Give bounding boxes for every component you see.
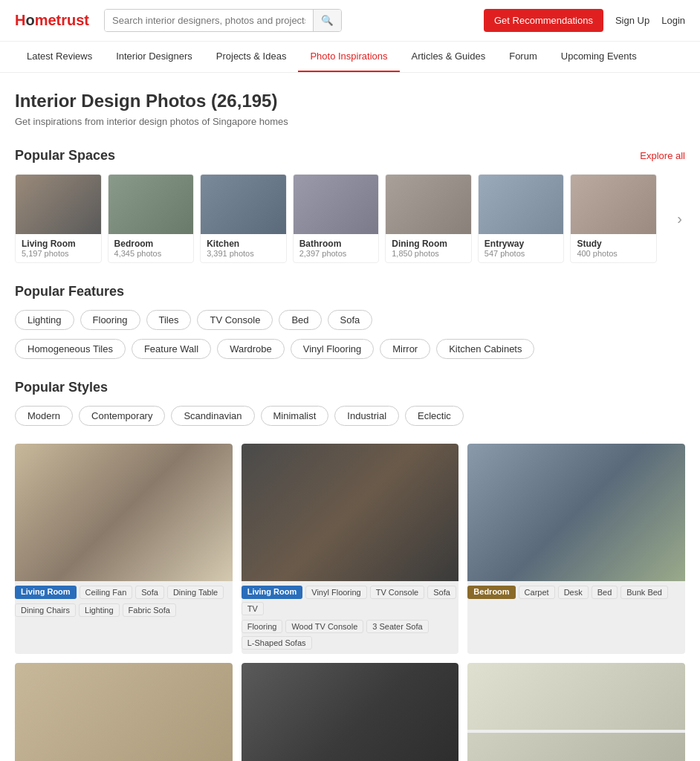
section-header-styles: Popular Styles (15, 380, 685, 395)
photo-card-1-tags: Living Room Ceiling Fan Sofa Dining Tabl… (15, 581, 233, 603)
page-title: Interior Design Photos (26,195) Get insp… (15, 91, 685, 127)
feature-tag-lighting[interactable]: Lighting (15, 310, 74, 330)
photo-tag[interactable]: Carpet (519, 586, 555, 599)
feature-tag-tvconsole[interactable]: TV Console (197, 310, 273, 330)
header: Hometrust 🔍 Get Recommendations Sign Up … (0, 0, 700, 42)
feature-tag-mirror[interactable]: Mirror (380, 339, 430, 359)
nav-bar: Latest Reviews Interior Designers Projec… (0, 42, 700, 73)
photo-tag[interactable]: Flooring (242, 620, 283, 633)
space-name: Bathroom (299, 239, 373, 249)
space-count: 2,397 photos (299, 249, 373, 258)
section-header-spaces: Popular Spaces Explore all (15, 148, 685, 163)
styles-row: Modern Contemporary Scandinavian Minimal… (15, 406, 685, 426)
space-card-bedroom[interactable]: Bedroom 4,345 photos (108, 174, 195, 263)
space-count: 3,391 photos (207, 249, 280, 258)
nav-latest-reviews[interactable]: Latest Reviews (15, 42, 104, 72)
room-badge[interactable]: Living Room (15, 586, 77, 599)
space-card-entryway[interactable]: Entryway 547 photos (478, 174, 565, 263)
space-name: Dining Room (392, 239, 465, 249)
title-count: (26,195) (211, 91, 277, 111)
feature-tag-kitchencabinets[interactable]: Kitchen Cabinets (436, 339, 534, 359)
styles-title: Popular Styles (15, 380, 108, 395)
style-tag-scandinavian[interactable]: Scandinavian (171, 406, 254, 426)
photo-pair (467, 663, 685, 761)
photo-tag[interactable]: Vinyl Flooring (305, 586, 366, 599)
nav-interior-designers[interactable]: Interior Designers (104, 42, 204, 72)
space-count: 4,345 photos (114, 249, 188, 258)
space-card-dining-room[interactable]: Dining Room 1,850 photos (385, 174, 472, 263)
photo-tag[interactable]: Wood TV Console (285, 620, 363, 633)
feature-tag-homogeneous[interactable]: Homogeneous Tiles (15, 339, 126, 359)
feature-tag-sofa[interactable]: Sofa (328, 310, 373, 330)
photo-tag[interactable]: Dining Chairs (15, 603, 76, 617)
feature-tag-bed[interactable]: Bed (279, 310, 321, 330)
photo-tag[interactable]: Sofa (427, 586, 456, 599)
style-tag-industrial[interactable]: Industrial (334, 406, 399, 426)
spaces-cards: Living Room 5,197 photos Bedroom 4,345 p… (15, 174, 674, 263)
photo-card-3[interactable]: Bedroom Carpet Desk Bed Bunk Bed (467, 444, 685, 654)
features-row2: Homogeneous Tiles Feature Wall Wardrobe … (15, 339, 685, 359)
photo-card-6[interactable]: Bathroom Marble Floor Mirror Shower Scre… (467, 663, 685, 761)
photo-tag[interactable]: 3 Seater Sofa (366, 620, 428, 633)
photo-card-5[interactable]: Living Room TV Console Mirror TV Storage… (242, 663, 459, 761)
photo-tag[interactable]: Fabric Sofa (123, 603, 176, 617)
nav-upcoming-events[interactable]: Upcoming Events (549, 42, 649, 72)
popular-features-section: Popular Features Lighting Flooring Tiles… (15, 284, 685, 359)
chevron-right-icon[interactable]: › (674, 174, 685, 263)
photo-tag[interactable]: Ceiling Fan (80, 586, 133, 599)
recommend-button[interactable]: Get Recommendations (484, 9, 603, 32)
space-card-bathroom[interactable]: Bathroom 2,397 photos (293, 174, 380, 263)
photo-tag[interactable]: TV (242, 602, 264, 615)
photo-tag[interactable]: Bunk Bed (620, 586, 668, 599)
search-button[interactable]: 🔍 (313, 10, 341, 31)
photo-tag[interactable]: TV Console (370, 586, 424, 599)
feature-tag-featurewall[interactable]: Feature Wall (132, 339, 211, 359)
feature-tag-wardrobe[interactable]: Wardrobe (217, 339, 285, 359)
nav-articles-guides[interactable]: Articles & Guides (400, 42, 498, 72)
nav-photo-inspirations[interactable]: Photo Inspirations (298, 42, 399, 72)
photo-tag[interactable]: Dining Table (167, 586, 224, 599)
nav-forum[interactable]: Forum (497, 42, 549, 72)
title-text: Interior Design Photos (15, 91, 206, 111)
explore-all-link[interactable]: Explore all (640, 150, 685, 161)
space-name: Kitchen (207, 239, 280, 249)
space-card-kitchen[interactable]: Kitchen 3,391 photos (200, 174, 287, 263)
photo-card-2[interactable]: Living Room Vinyl Flooring TV Console So… (242, 444, 459, 654)
spaces-title: Popular Spaces (15, 148, 115, 163)
photo-tag[interactable]: Desk (558, 586, 589, 599)
space-card-living-room[interactable]: Living Room 5,197 photos (15, 174, 102, 263)
room-badge[interactable]: Bedroom (467, 586, 515, 599)
space-name: Study (577, 239, 650, 249)
photo-card-2-tags: Living Room Vinyl Flooring TV Console So… (242, 581, 459, 620)
photo-grid: Living Room Ceiling Fan Sofa Dining Tabl… (15, 444, 685, 761)
space-name: Bedroom (114, 239, 188, 249)
nav-projects-ideas[interactable]: Projects & Ideas (204, 42, 299, 72)
photo-tag[interactable]: Bed (592, 586, 618, 599)
room-badge[interactable]: Living Room (242, 586, 303, 599)
photo-card-3-tags: Bedroom Carpet Desk Bed Bunk Bed (467, 581, 685, 603)
style-tag-eclectic[interactable]: Eclectic (405, 406, 464, 426)
photo-card-1[interactable]: Living Room Ceiling Fan Sofa Dining Tabl… (15, 444, 233, 654)
photo-tag[interactable]: Lighting (79, 603, 120, 617)
space-count: 547 photos (485, 249, 558, 258)
signup-button[interactable]: Sign Up (615, 15, 649, 26)
style-tag-modern[interactable]: Modern (15, 406, 73, 426)
space-count: 400 photos (577, 249, 650, 258)
photo-card-4[interactable]: Bedroom Feature Wall Curtain TV (15, 663, 233, 761)
section-header-features: Popular Features (15, 284, 685, 299)
search-icon: 🔍 (321, 15, 334, 26)
search-input[interactable] (105, 10, 313, 31)
style-tag-minimalist[interactable]: Minimalist (261, 406, 329, 426)
login-button[interactable]: Login (661, 15, 685, 26)
photo-tag[interactable]: Sofa (135, 586, 164, 599)
space-name: Entryway (485, 239, 558, 249)
feature-tag-tiles[interactable]: Tiles (146, 310, 192, 330)
feature-tag-flooring[interactable]: Flooring (80, 310, 140, 330)
photo-tag[interactable]: L-Shaped Sofas (242, 636, 312, 650)
page-subtitle: Get inspirations from interior design ph… (15, 116, 685, 127)
feature-tag-vinylflooring[interactable]: Vinyl Flooring (291, 339, 375, 359)
space-count: 1,850 photos (392, 249, 465, 258)
space-card-study[interactable]: Study 400 photos (570, 174, 657, 263)
style-tag-contemporary[interactable]: Contemporary (79, 406, 165, 426)
search-bar: 🔍 (104, 9, 342, 32)
